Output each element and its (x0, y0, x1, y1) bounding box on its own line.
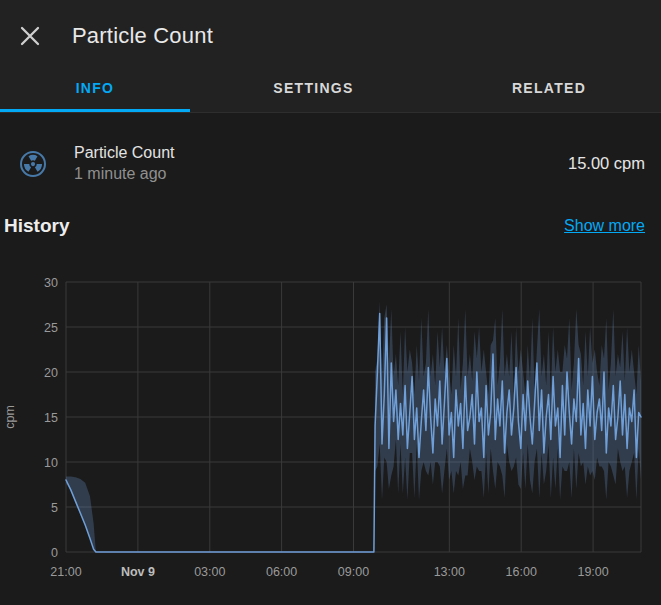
svg-text:Nov 9: Nov 9 (121, 565, 155, 579)
tab-related[interactable]: RELATED (437, 64, 661, 112)
svg-text:15: 15 (44, 411, 58, 425)
close-icon[interactable] (16, 22, 44, 50)
svg-text:20: 20 (44, 366, 58, 380)
radioactive-icon (18, 149, 48, 179)
svg-text:19:00: 19:00 (577, 565, 608, 579)
active-tab-indicator (0, 109, 190, 112)
svg-text:5: 5 (51, 501, 58, 515)
svg-text:16:00: 16:00 (506, 565, 537, 579)
svg-text:30: 30 (44, 276, 58, 290)
dialog-header: Particle Count INFO SETTINGS RELATED (0, 0, 661, 113)
page-title: Particle Count (72, 23, 213, 49)
history-header-row: History Show more (4, 215, 645, 237)
tab-info[interactable]: INFO (0, 64, 190, 112)
svg-text:03:00: 03:00 (194, 565, 225, 579)
show-more-link[interactable]: Show more (564, 217, 645, 235)
svg-text:cpm: cpm (3, 405, 17, 429)
sensor-last-changed: 1 minute ago (74, 164, 175, 185)
svg-text:10: 10 (44, 456, 58, 470)
history-heading: History (4, 215, 69, 237)
svg-text:09:00: 09:00 (338, 565, 369, 579)
sensor-state-row: Particle Count 1 minute ago 15.00 cpm (16, 143, 645, 185)
tab-settings[interactable]: SETTINGS (190, 64, 437, 112)
sensor-name: Particle Count (74, 143, 175, 164)
svg-text:06:00: 06:00 (266, 565, 297, 579)
svg-text:13:00: 13:00 (434, 565, 465, 579)
svg-text:0: 0 (51, 546, 58, 560)
sensor-value: 15.00 cpm (568, 154, 645, 173)
tab-bar: INFO SETTINGS RELATED (0, 64, 661, 112)
history-chart[interactable]: 05101520253021:00Nov 903:0006:0009:0013:… (0, 270, 661, 605)
svg-text:25: 25 (44, 321, 58, 335)
svg-text:21:00: 21:00 (50, 565, 81, 579)
